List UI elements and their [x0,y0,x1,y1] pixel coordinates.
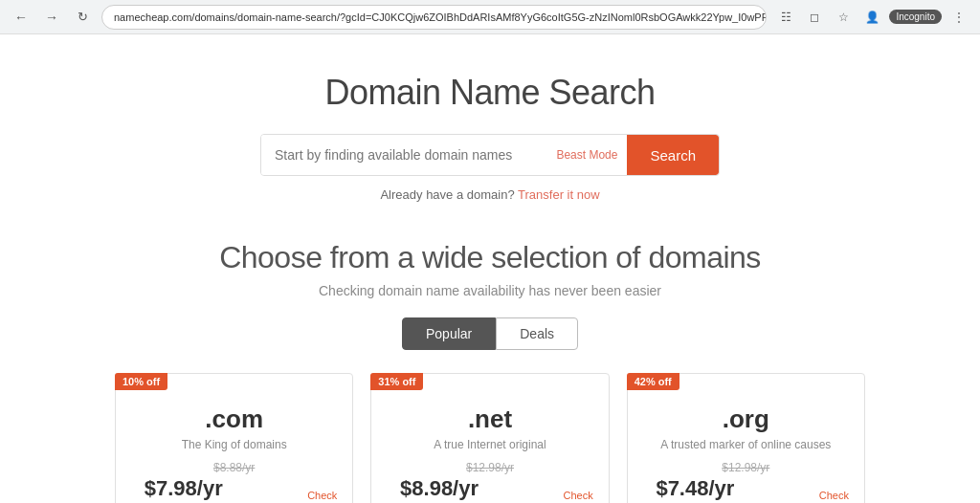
url-text: namecheap.com/domains/domain-name-search… [114,11,767,23]
domain-current-price-com: $7.98/yr [131,476,235,501]
domain-original-price-com: $8.88/yr [131,461,337,474]
apps-button[interactable]: ☷ [774,6,797,29]
domain-tagline-org: A trusted marker of online causes [643,438,849,451]
tab-popular[interactable]: Popular [402,317,496,350]
menu-button[interactable]: ⋮ [947,6,970,29]
tabs-container: Popular Deals [19,317,961,350]
check-availability-com[interactable]: Checkavailability → [276,489,338,503]
domain-original-price-net: $12.98/yr [387,461,592,474]
page-title: Domain Name Search [19,73,961,113]
domain-tagline-net: A true Internet original [387,438,592,451]
domain-card-net: 31% off .net A true Internet original $1… [370,373,609,503]
transfer-link-row: Already have a domain? Transfer it now [19,187,961,202]
browser-actions: ☷ ◻ ☆ 👤 Incognito ⋮ [774,6,970,29]
search-bar-container: Beast Mode Search [19,134,961,176]
selection-section: Choose from a wide selection of domains … [19,230,961,503]
domain-card-com: 10% off .com The King of domains $8.88/y… [115,373,353,503]
selection-title: Choose from a wide selection of domains [19,240,961,275]
discount-badge-com: 10% off [115,373,167,390]
bookmark-button[interactable]: ☆ [832,6,855,29]
domain-tagline-com: The King of domains [131,438,337,451]
back-button[interactable]: ← [10,6,33,29]
beast-mode-toggle[interactable]: Beast Mode [546,148,627,162]
incognito-badge: Incognito [889,10,942,24]
forward-button[interactable]: → [40,6,63,29]
cast-button[interactable]: ◻ [803,6,826,29]
domain-price-row-com: $7.98/yr Renewals at $12.98/yr Checkavai… [131,476,337,503]
refresh-button[interactable]: ↻ [71,6,94,29]
domain-ext-net: .net [387,405,592,434]
check-availability-org[interactable]: Checkavailability → [787,489,849,503]
browser-chrome: ← → ↻ namecheap.com/domains/domain-name-… [0,0,980,34]
transfer-link[interactable]: Transfer it now [518,187,600,202]
selection-subtitle: Checking domain name availability has ne… [19,283,961,298]
transfer-text: Already have a domain? [380,187,514,202]
page-content: Domain Name Search Beast Mode Search Alr… [0,34,980,503]
discount-badge-org: 42% off [627,373,679,390]
domain-price-row-org: $7.48/yr Renewals at $14.98/yr Checkavai… [643,476,849,503]
domain-current-price-org: $7.48/yr [643,476,747,501]
hero-section: Domain Name Search Beast Mode Search Alr… [19,63,961,202]
domain-cards: 10% off .com The King of domains $8.88/y… [19,373,961,503]
tab-deals[interactable]: Deals [496,317,578,350]
domain-original-price-org: $12.98/yr [643,461,849,474]
domain-ext-com: .com [131,405,337,434]
domain-card-org: 42% off .org A trusted marker of online … [627,373,865,503]
search-input[interactable] [261,135,546,175]
check-availability-net[interactable]: Checkavailability → [531,489,593,503]
search-bar-wrapper: Beast Mode Search [260,134,720,176]
domain-current-price-net: $8.98/yr [387,476,491,501]
profile-button[interactable]: 👤 [860,6,883,29]
search-button[interactable]: Search [627,135,719,175]
discount-badge-net: 31% off [370,373,423,390]
url-bar[interactable]: namecheap.com/domains/domain-name-search… [101,5,767,30]
domain-ext-org: .org [643,405,849,434]
domain-price-row-net: $8.98/yr Renewals at $14.98/yr Checkavai… [387,476,592,503]
